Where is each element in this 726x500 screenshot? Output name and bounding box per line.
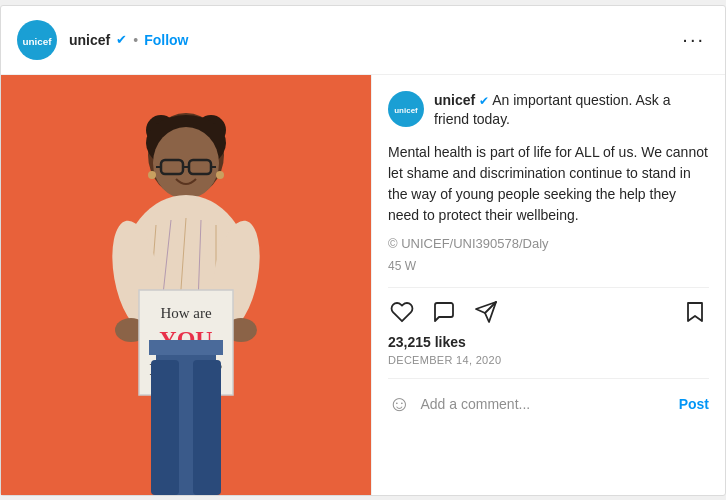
save-button[interactable] [681,298,709,326]
svg-point-7 [153,127,219,199]
caption-body: unicef ✔ An important question. Ask a fr… [434,91,709,130]
post-actions [388,287,709,334]
post-comment-button[interactable]: Post [679,396,709,412]
caption-avatar[interactable]: unicef [388,91,424,127]
verified-icon-small: ✔ [479,94,489,108]
time-ago: 45 w [388,259,709,273]
share-button[interactable] [472,298,500,326]
like-button[interactable] [388,298,416,326]
more-options-button[interactable]: ··· [678,28,709,51]
likes-count: 23,215 likes [388,334,709,350]
instagram-post-card: unicef unicef ✔ • Follow ··· [0,5,726,496]
add-comment-row: ☺ Post [388,378,709,417]
action-icons-group [388,298,681,326]
dot-separator: • [133,32,138,48]
svg-point-13 [148,171,156,179]
caption-text: Mental health is part of life for ALL of… [388,142,709,226]
post-body: How are YOU REALLY? unicef [1,75,725,495]
post-image: How are YOU REALLY? [1,75,371,495]
post-content-panel: unicef unicef ✔ An important question. A… [371,75,725,495]
avatar[interactable]: unicef [17,20,57,60]
svg-text:unicef: unicef [394,106,418,115]
svg-point-14 [216,171,224,179]
svg-rect-32 [151,360,179,495]
username[interactable]: unicef [69,32,110,48]
svg-rect-33 [193,360,221,495]
comment-input[interactable] [420,396,668,412]
credit-text: © UNICEF/UNI390578/Daly [388,236,709,251]
post-header: unicef unicef ✔ • Follow ··· [1,6,725,75]
emoji-button[interactable]: ☺ [388,391,410,417]
svg-text:How are: How are [160,305,212,321]
caption-username[interactable]: unicef [434,92,475,108]
header-info: unicef ✔ • Follow [69,32,678,48]
svg-rect-31 [149,340,223,355]
verified-icon: ✔ [116,32,127,47]
post-date: DECEMBER 14, 2020 [388,354,709,366]
comment-button[interactable] [430,298,458,326]
svg-text:unicef: unicef [22,36,52,47]
svg-marker-38 [688,303,702,321]
caption-header: unicef unicef ✔ An important question. A… [388,91,709,130]
follow-button[interactable]: Follow [144,32,188,48]
